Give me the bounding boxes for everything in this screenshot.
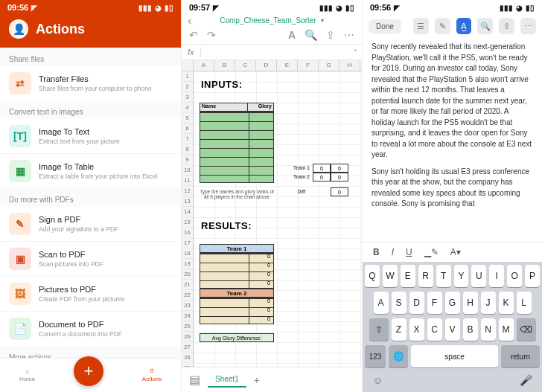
team1-val-b[interactable]: 0 — [331, 164, 348, 173]
team2-val-b[interactable]: 0 — [331, 173, 348, 181]
action-scan-to-pdf[interactable]: ▣ Scan to PDF Scan pictures into PDF — [0, 241, 181, 276]
italic-button[interactable]: I — [392, 247, 394, 257]
col-h[interactable]: H — [339, 60, 360, 71]
col-g[interactable]: G — [319, 60, 339, 71]
col-d[interactable]: D — [256, 60, 277, 71]
row-15[interactable]: 15 — [182, 217, 193, 228]
action-image-to-table[interactable]: ▦ Image To Table Extract a table from yo… — [0, 153, 181, 188]
font-style-icon[interactable]: A̲ — [456, 18, 472, 34]
more-icon[interactable]: ⋯ — [520, 18, 536, 34]
space-key[interactable]: space — [411, 345, 498, 367]
key-s[interactable]: S — [392, 292, 406, 314]
cells-area[interactable]: INPUTS: Name Glory Type the names and gl… — [194, 71, 362, 367]
inputs-table[interactable] — [200, 112, 274, 183]
row-24[interactable]: 24 — [182, 311, 193, 321]
row-19[interactable]: 19 — [182, 259, 193, 269]
action-transfer-files[interactable]: ⇄ Transfer Files Share files from your c… — [0, 66, 181, 100]
action-pictures-to-pdf[interactable]: 🖼 Pictures to PDF Create PDF from your p… — [0, 276, 181, 311]
key-h[interactable]: H — [463, 292, 478, 314]
nav-home[interactable]: ⌂ Home — [19, 368, 35, 382]
row-10[interactable]: 10 — [182, 165, 193, 176]
key-e[interactable]: E — [401, 265, 415, 287]
key-v[interactable]: V — [445, 318, 460, 341]
row-20[interactable]: 20 — [182, 269, 193, 280]
action-image-to-text[interactable]: [T] Image To Text Extract text from your… — [0, 119, 181, 153]
bold-button[interactable]: B — [373, 247, 380, 257]
row-9[interactable]: 9 — [182, 155, 193, 165]
shift-key[interactable]: ⇧ — [369, 318, 389, 341]
share-icon[interactable]: ⇪ — [326, 29, 335, 41]
done-button[interactable]: Done — [369, 19, 401, 33]
ribbon-icon[interactable]: ☰ — [413, 18, 429, 34]
row-1[interactable]: 1 — [182, 71, 193, 82]
diff-val[interactable]: 0 — [331, 187, 348, 196]
col-e[interactable]: E — [277, 60, 298, 71]
file-name[interactable]: Comp_Cheese_Team_Sorter — [220, 16, 316, 25]
globe-key[interactable]: 🌐 — [389, 345, 408, 367]
emoji-key[interactable]: ☺ — [372, 374, 383, 386]
key-t[interactable]: T — [436, 265, 451, 287]
font-color-icon[interactable]: A▾ — [450, 247, 461, 257]
undo-icon[interactable]: ↶ — [189, 29, 198, 41]
add-sheet-button[interactable]: + — [254, 374, 260, 386]
underline-button[interactable]: U — [406, 247, 412, 257]
key-p[interactable]: P — [525, 265, 540, 287]
more-icon[interactable]: ⋯ — [344, 29, 354, 41]
row-4[interactable]: 4 — [182, 103, 193, 113]
key-r[interactable]: R — [418, 265, 433, 287]
col-c[interactable]: C — [235, 60, 256, 71]
font-icon[interactable]: A — [288, 29, 296, 41]
formula-input[interactable] — [201, 48, 349, 57]
key-w[interactable]: W — [383, 265, 398, 287]
row-23[interactable]: 23 — [182, 301, 193, 311]
key-a[interactable]: A — [374, 292, 389, 314]
row-17[interactable]: 17 — [182, 238, 193, 248]
key-x[interactable]: X — [409, 318, 424, 341]
search-icon[interactable]: 🔍 — [477, 18, 493, 34]
key-l[interactable]: L — [517, 292, 532, 314]
redo-icon[interactable]: ↷ — [207, 29, 216, 41]
col-a[interactable]: A — [194, 60, 214, 71]
row-11[interactable]: 11 — [182, 176, 193, 186]
fab-new[interactable]: + — [74, 356, 103, 386]
action-document-to-pdf[interactable]: 📄 Document to PDF Convert a document int… — [0, 311, 181, 346]
row-13[interactable]: 13 — [182, 196, 193, 207]
chevron-down-icon[interactable]: ▾ — [321, 17, 324, 24]
team1-val-a[interactable]: 0 — [313, 164, 331, 173]
sheet-tab-1[interactable]: Sheet1 — [208, 372, 246, 388]
avatar[interactable]: 👤 — [9, 19, 28, 39]
key-u[interactable]: U — [471, 265, 486, 287]
key-y[interactable]: Y — [454, 265, 469, 287]
key-z[interactable]: Z — [392, 318, 406, 341]
key-d[interactable]: D — [409, 292, 424, 314]
key-b[interactable]: B — [463, 318, 478, 341]
row-7[interactable]: 7 — [182, 134, 193, 144]
row-29[interactable]: 29 — [182, 363, 193, 367]
sheets-icon[interactable]: ▤ — [189, 373, 200, 387]
row-5[interactable]: 5 — [182, 113, 193, 123]
row-12[interactable]: 12 — [182, 186, 193, 196]
row-28[interactable]: 28 — [182, 353, 193, 363]
spreadsheet[interactable]: A B C D E F G H 123456789101112131415161… — [182, 60, 362, 367]
row-27[interactable]: 27 — [182, 342, 193, 353]
col-f[interactable]: F — [298, 60, 319, 71]
key-c[interactable]: C — [427, 318, 442, 341]
key-o[interactable]: O — [507, 265, 522, 287]
document-body[interactable]: Sony recently revealed that its next-gen… — [363, 37, 542, 242]
search-icon[interactable]: 🔍 — [305, 29, 317, 41]
key-m[interactable]: M — [499, 318, 514, 341]
return-key[interactable]: return — [501, 345, 540, 367]
action-sign-pdf[interactable]: ✎ Sign a PDF Add your signature to a PDF — [0, 207, 181, 241]
back-icon[interactable]: ‹ — [188, 14, 191, 28]
col-b[interactable]: B — [214, 60, 235, 71]
team2-val-a[interactable]: 0 — [313, 173, 331, 181]
highlight-icon[interactable]: ▁✎ — [424, 247, 439, 257]
row-8[interactable]: 8 — [182, 144, 193, 155]
chevron-down-icon[interactable]: ˅ — [349, 48, 362, 57]
nav-actions[interactable]: ⠿ Actions — [142, 368, 162, 382]
key-k[interactable]: K — [499, 292, 514, 314]
row-16[interactable]: 16 — [182, 228, 193, 238]
row-3[interactable]: 3 — [182, 92, 193, 103]
lightbulb-icon[interactable]: ✎ — [435, 18, 450, 34]
key-g[interactable]: G — [445, 292, 460, 314]
